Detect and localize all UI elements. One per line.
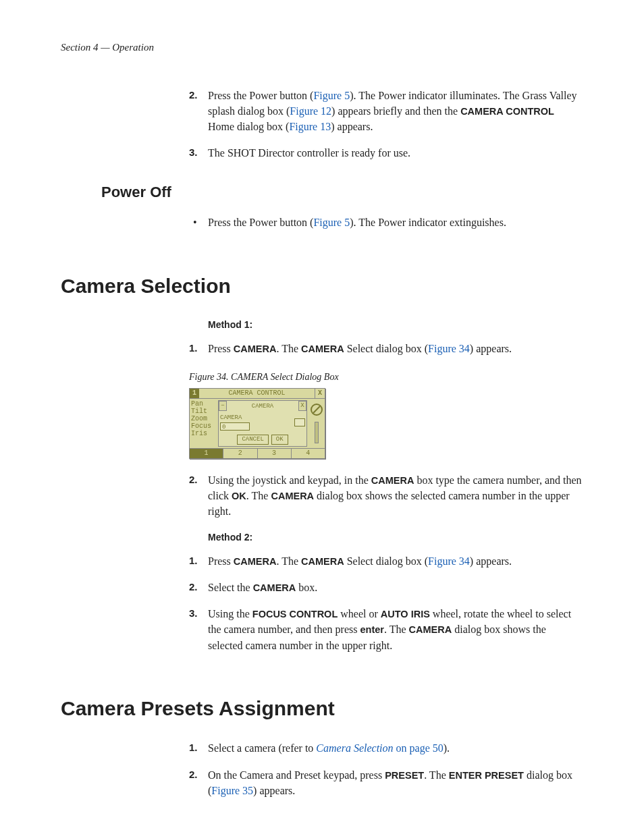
link-camera-selection[interactable]: Camera Selection on page 50 (316, 742, 443, 754)
close-icon[interactable]: X (315, 389, 325, 399)
step-2: 2. On the Camera and Preset keypad, pres… (189, 767, 583, 798)
body-text: Select a camera (refer to (208, 742, 316, 754)
dialog-title: CAMERA CONTROL (199, 389, 315, 399)
link-figure-13[interactable]: Figure 13 (289, 121, 331, 132)
label-iris: Iris (191, 430, 215, 437)
tab-3[interactable]: 3 (258, 449, 292, 458)
body-text: Select dialog box ( (344, 343, 428, 354)
body-text: Press the Power button ( (208, 90, 313, 101)
link-figure-35[interactable]: Figure 35 (211, 785, 253, 796)
link-figure-5[interactable]: Figure 5 (313, 90, 350, 101)
body-text: Using the joystick and keypad, in the (208, 474, 371, 486)
step-1: 1. Select a camera (refer to Camera Sele… (189, 740, 583, 756)
bold-text: CAMERA (371, 475, 414, 486)
step-number: 1. (189, 740, 198, 755)
body-text: wheel or (338, 608, 381, 619)
close-icon[interactable]: X (298, 401, 306, 411)
body-text: Press (208, 343, 234, 354)
step-3: 3. The SHOT Director controller is ready… (189, 145, 583, 161)
step-1: 1. Press CAMERA. The CAMERA Select dialo… (189, 553, 583, 569)
body-text: Select the (208, 582, 253, 593)
step-2: 2. Press the Power button (Figure 5). Th… (189, 88, 583, 135)
step-1: 1. Press CAMERA. The CAMERA Select dialo… (189, 341, 583, 356)
method-1-label: Method 1: (208, 318, 583, 331)
body-text: box. (296, 582, 317, 593)
body-text: Using the (208, 608, 252, 619)
tab-1[interactable]: 1 (190, 449, 223, 458)
bold-text: CAMERA CONTROL (460, 106, 554, 117)
body-text: ) appears. (470, 343, 512, 354)
body-text: The SHOT Director controller is ready fo… (208, 147, 410, 159)
camera-label: CAMERA (220, 414, 242, 421)
heading-camera-presets: Camera Presets Assignment (61, 694, 583, 723)
body-text: Home dialog box ( (208, 121, 289, 132)
link-figure-34[interactable]: Figure 34 (428, 555, 470, 567)
body-text: . The (276, 343, 301, 354)
step-3: 3. Using the FOCUS CONTROL wheel or AUTO… (189, 606, 583, 653)
step-number: 2. (189, 472, 198, 487)
subdialog-title: CAMERA (252, 403, 273, 410)
heading-camera-selection: Camera Selection (61, 271, 583, 301)
bold-text: FOCUS CONTROL (252, 609, 338, 619)
bold-text: CAMERA (253, 582, 296, 593)
bold-text: enter (360, 624, 384, 635)
bold-text: CAMERA (234, 343, 277, 354)
bold-text: CAMERA (301, 343, 344, 354)
step-number: 2. (189, 767, 198, 782)
camera-input[interactable]: 0 (220, 422, 250, 431)
bold-text: CAMERA (301, 556, 344, 567)
keyboard-icon[interactable] (294, 418, 305, 426)
heading-power-off: Power Off (101, 182, 583, 203)
bold-text: CAMERA (234, 556, 277, 567)
method-2-label: Method 2: (208, 530, 583, 544)
dialog-number: 1 (190, 389, 199, 399)
label-focus: Focus (191, 422, 215, 430)
bold-text: OK (232, 491, 246, 501)
step-number: 3. (189, 606, 198, 621)
step-number: 3. (189, 145, 198, 160)
dialog-left-labels: Pan Tilt Zoom Focus Iris (191, 400, 215, 447)
scrollbar[interactable] (315, 422, 319, 443)
body-text: ) appears briefly and then the (331, 105, 460, 117)
body-text: On the Camera and Preset keypad, press (208, 769, 385, 781)
bold-text: ENTER PRESET (449, 770, 524, 781)
figure-34-dialog: 1 CAMERA CONTROL X Pan Tilt Zoom Focus I… (189, 388, 325, 459)
body-text: ). (444, 742, 450, 754)
bold-text: PRESET (385, 770, 424, 781)
step-number: 2. (189, 580, 198, 595)
tab-4[interactable]: 4 (292, 449, 325, 458)
body-text: Press (208, 555, 234, 567)
body-text: Press the Power button ( (208, 217, 313, 228)
label-tilt: Tilt (191, 408, 215, 415)
label-pan: Pan (191, 400, 215, 408)
link-figure-5[interactable]: Figure 5 (313, 217, 350, 228)
page-header: Section 4 — Operation (61, 40, 583, 55)
bold-text: CAMERA (409, 624, 452, 635)
camera-subdialog: − CAMERA X CAMERA 0 CANCEL OK (218, 400, 307, 447)
minimize-icon[interactable]: − (219, 401, 227, 411)
step-number: 1. (189, 553, 198, 568)
step-number: 1. (189, 341, 198, 356)
dialog-tabs: 1 2 3 4 (190, 448, 325, 458)
cancel-button[interactable]: CANCEL (237, 435, 268, 445)
bold-text: AUTO IRIS (381, 609, 430, 619)
ok-button[interactable]: OK (271, 435, 288, 445)
figure-34-caption: Figure 34. CAMERA Select Dialog Box (189, 370, 583, 384)
step-number: 2. (189, 88, 198, 103)
tab-2[interactable]: 2 (223, 449, 257, 458)
body-text: ) appears. (331, 121, 373, 132)
body-text: ) appears. (470, 555, 512, 567)
prohibit-icon (311, 404, 323, 416)
bullet-item: Press the Power button (Figure 5). The P… (189, 215, 583, 230)
bold-text: CAMERA (271, 491, 314, 501)
label-zoom: Zoom (191, 415, 215, 422)
link-figure-12[interactable]: Figure 12 (290, 105, 331, 117)
body-text: ). The Power indicator extinguishes. (350, 217, 506, 228)
body-text: ) appears. (253, 785, 295, 796)
body-text: . The (424, 769, 449, 781)
link-figure-34[interactable]: Figure 34 (428, 343, 470, 354)
step-2: 2. Using the joystick and keypad, in the… (189, 472, 583, 520)
body-text: . The (276, 555, 301, 567)
body-text: . The (246, 490, 271, 501)
step-2: 2. Select the CAMERA box. (189, 580, 583, 595)
